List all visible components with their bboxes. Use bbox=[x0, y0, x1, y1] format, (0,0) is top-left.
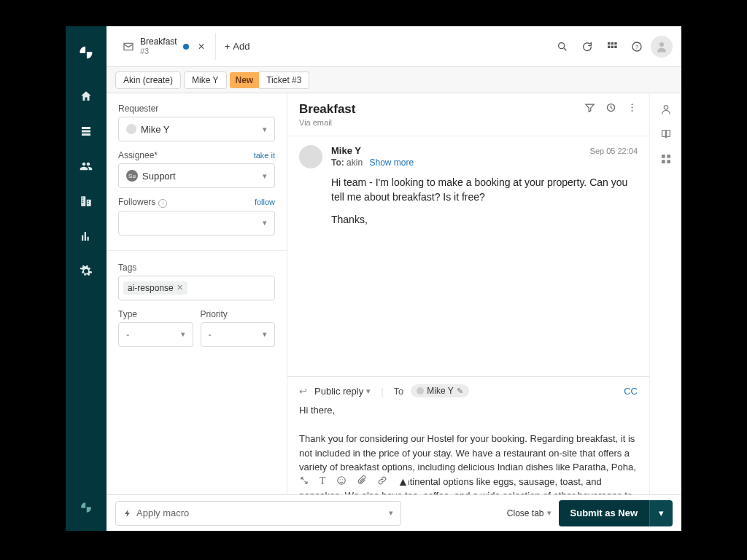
svg-rect-5 bbox=[608, 45, 610, 47]
tab-title: Breakfast bbox=[140, 37, 177, 47]
status-badge-new: New bbox=[230, 72, 260, 88]
more-icon[interactable] bbox=[627, 102, 638, 113]
show-more-link[interactable]: Show more bbox=[369, 158, 414, 168]
type-select[interactable]: - ▾ bbox=[118, 322, 193, 347]
svg-line-1 bbox=[564, 48, 566, 50]
user-context-icon[interactable] bbox=[660, 104, 672, 115]
ticket-tab[interactable]: Breakfast #3 ✕ bbox=[115, 33, 216, 60]
user-dot-icon bbox=[417, 387, 424, 394]
assignee-select[interactable]: SuSupport ▾ bbox=[118, 163, 275, 188]
events-icon[interactable] bbox=[605, 102, 616, 113]
reply-recipient-name: Mike Y bbox=[427, 386, 453, 396]
add-tab-label: Add bbox=[233, 41, 249, 52]
apps-icon[interactable] bbox=[660, 153, 672, 165]
svg-point-17 bbox=[342, 479, 343, 480]
tag-chip[interactable]: ai-response ✕ bbox=[123, 281, 187, 295]
add-tab-button[interactable]: + Add bbox=[216, 41, 259, 52]
cc-button[interactable]: CC bbox=[624, 386, 638, 397]
pencil-icon[interactable]: ✎ bbox=[457, 386, 463, 396]
reply-type-select[interactable]: Public reply ▾ bbox=[314, 386, 371, 397]
message-avatar bbox=[299, 145, 322, 168]
ticket-title: Breakfast bbox=[299, 102, 356, 117]
chevron-down-icon: ▾ bbox=[263, 218, 267, 228]
macro-placeholder: Apply macro bbox=[136, 508, 189, 518]
svg-rect-21 bbox=[662, 160, 665, 163]
organizations-icon[interactable] bbox=[74, 190, 98, 213]
apps-grid-icon[interactable] bbox=[601, 36, 623, 58]
svg-rect-2 bbox=[608, 42, 610, 44]
footer-bar: Apply macro ▾ Close tab ▾ Submit as New … bbox=[107, 494, 681, 531]
topbar: Breakfast #3 ✕ + Add ? bbox=[107, 26, 681, 67]
text-format-icon[interactable]: T bbox=[320, 475, 326, 489]
priority-label: Priority bbox=[201, 309, 276, 319]
chevron-down-icon: ▾ bbox=[366, 386, 371, 396]
tags-label: Tags bbox=[118, 262, 275, 273]
help-icon[interactable]: ? bbox=[626, 36, 648, 58]
svg-rect-3 bbox=[611, 42, 614, 44]
tab-sub: #3 bbox=[140, 47, 177, 55]
conversation-panel: Breakfast Via email Mike Y bbox=[287, 93, 649, 494]
tag-label: ai-response bbox=[128, 283, 174, 293]
collapse-icon[interactable]: ▲ bbox=[398, 475, 409, 489]
svg-rect-4 bbox=[614, 42, 616, 44]
user-avatar[interactable] bbox=[651, 36, 673, 58]
tab-unsaved-dot bbox=[183, 44, 189, 50]
assignee-value: Support bbox=[142, 171, 176, 182]
chevron-down-icon: ▾ bbox=[263, 171, 267, 181]
views-icon[interactable] bbox=[74, 120, 98, 143]
submit-caret-button[interactable]: ▾ bbox=[649, 500, 673, 526]
link-icon[interactable] bbox=[377, 475, 387, 489]
message-body-p2: Thanks, bbox=[331, 212, 638, 227]
group-icon: Su bbox=[126, 170, 138, 182]
info-icon[interactable]: i bbox=[158, 199, 167, 208]
submit-button[interactable]: Submit as New bbox=[559, 500, 649, 526]
requester-value: Mike Y bbox=[141, 124, 170, 135]
customers-icon[interactable] bbox=[74, 155, 98, 178]
chevron-down-icon: ▾ bbox=[181, 330, 185, 339]
emoji-icon[interactable] bbox=[336, 475, 347, 489]
chevron-down-icon: ▾ bbox=[263, 330, 267, 339]
svg-rect-20 bbox=[667, 155, 670, 158]
type-value: - bbox=[126, 329, 129, 340]
chevron-down-icon: ▾ bbox=[263, 125, 267, 134]
zendesk-logo-icon[interactable] bbox=[74, 41, 98, 64]
refresh-icon[interactable] bbox=[576, 36, 598, 58]
expand-icon[interactable] bbox=[299, 475, 309, 489]
assignee-label: Assignee* bbox=[118, 150, 158, 160]
knowledge-icon[interactable] bbox=[660, 128, 672, 140]
reply-recipient-chip[interactable]: Mike Y ✎ bbox=[411, 384, 468, 397]
reply-arrow-icon: ↩ bbox=[299, 386, 307, 397]
reply-type-label: Public reply bbox=[314, 386, 363, 397]
chevron-down-icon: ▾ bbox=[547, 508, 551, 518]
svg-point-15 bbox=[337, 477, 345, 485]
requester-label: Requester bbox=[118, 104, 275, 114]
zendesk-footer-icon[interactable] bbox=[74, 496, 98, 519]
home-icon[interactable] bbox=[74, 85, 98, 108]
tab-close-icon[interactable]: ✕ bbox=[195, 40, 208, 53]
message-body-p1: Hi team - I'm looking to make a booking … bbox=[331, 175, 638, 205]
plus-icon: + bbox=[225, 41, 231, 52]
breadcrumb-user[interactable]: Mike Y bbox=[184, 71, 226, 89]
message: Mike Y Sep 05 22:04 To: akin Show more H… bbox=[299, 145, 638, 234]
breadcrumb-creator[interactable]: Akin (create) bbox=[115, 71, 181, 89]
priority-select[interactable]: - ▾ bbox=[201, 322, 276, 347]
macro-select[interactable]: Apply macro ▾ bbox=[115, 501, 401, 526]
admin-icon[interactable] bbox=[74, 260, 98, 283]
breadcrumb-ticket[interactable]: Ticket #3 bbox=[259, 71, 309, 89]
requester-select[interactable]: Mike Y ▾ bbox=[118, 117, 275, 141]
filter-icon[interactable] bbox=[584, 102, 595, 113]
followers-select[interactable]: ▾ bbox=[118, 211, 275, 236]
close-tab-button[interactable]: Close tab ▾ bbox=[507, 508, 551, 518]
take-it-link[interactable]: take it bbox=[254, 151, 275, 160]
reply-toolbar: T ▲ bbox=[299, 472, 409, 491]
tags-input[interactable]: ai-response ✕ bbox=[118, 276, 275, 300]
svg-point-14 bbox=[632, 110, 633, 112]
tag-remove-icon[interactable]: ✕ bbox=[177, 283, 183, 292]
search-icon[interactable] bbox=[551, 36, 573, 58]
attachment-icon[interactable] bbox=[357, 475, 367, 489]
lightning-icon bbox=[123, 509, 132, 518]
priority-value: - bbox=[209, 329, 212, 340]
app-window: Breakfast #3 ✕ + Add ? bbox=[66, 26, 681, 531]
reporting-icon[interactable] bbox=[74, 225, 98, 248]
follow-link[interactable]: follow bbox=[255, 198, 275, 206]
